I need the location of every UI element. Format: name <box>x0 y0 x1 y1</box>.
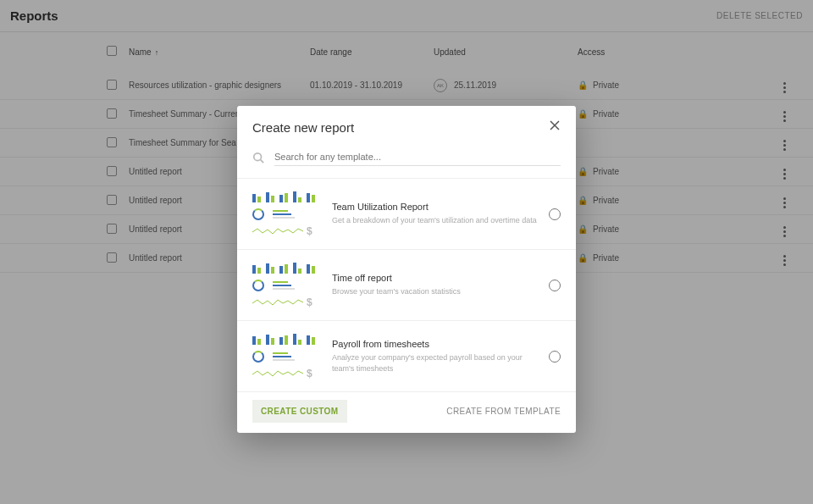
template-thumbnail: $ <box>252 262 320 308</box>
template-description: Browse your team's vacation statistics <box>332 286 537 297</box>
search-icon <box>252 152 264 163</box>
create-custom-button[interactable]: CREATE CUSTOM <box>252 400 347 423</box>
template-thumbnail: $ <box>252 191 320 237</box>
template-thumbnail: $ <box>252 333 320 379</box>
create-report-modal: Create new report $ Team Utilization Rep… <box>237 106 576 433</box>
template-item[interactable]: $ Team Utilization Report Get a breakdow… <box>237 179 576 250</box>
template-radio[interactable] <box>549 208 561 220</box>
template-description: Analyze your company's expected payroll … <box>332 352 537 374</box>
close-icon <box>549 119 561 131</box>
create-from-template-button[interactable]: CREATE FROM TEMPLATE <box>446 407 561 416</box>
donut-icon <box>252 208 264 220</box>
template-title: Payroll from timesheets <box>332 339 537 349</box>
modal-title: Create new report <box>252 120 354 135</box>
modal-footer: CREATE CUSTOM CREATE FROM TEMPLATE <box>237 390 576 433</box>
template-item[interactable]: $ Payroll from timesheets Analyze your c… <box>237 321 576 392</box>
template-title: Time off report <box>332 273 537 283</box>
dollar-icon: $ <box>307 225 312 237</box>
sparkline-icon <box>252 369 303 378</box>
template-radio[interactable] <box>549 280 561 291</box>
donut-icon <box>252 280 264 291</box>
sparkline-icon <box>252 227 303 235</box>
dollar-icon: $ <box>307 296 312 308</box>
template-description: Get a breakdown of your team's utilizati… <box>332 215 537 226</box>
donut-icon <box>252 351 264 363</box>
svg-point-0 <box>254 152 262 160</box>
dollar-icon: $ <box>307 368 312 379</box>
sparkline-icon <box>252 298 303 307</box>
modal-header: Create new report <box>237 106 576 145</box>
search-row <box>237 145 576 178</box>
template-item[interactable]: $ Time off report Browse your team's vac… <box>237 250 576 321</box>
template-search-input[interactable] <box>274 148 561 166</box>
close-button[interactable] <box>549 119 561 135</box>
template-radio[interactable] <box>549 351 561 363</box>
template-title: Team Utilization Report <box>332 202 537 212</box>
template-list: $ Team Utilization Report Get a breakdow… <box>237 178 576 390</box>
